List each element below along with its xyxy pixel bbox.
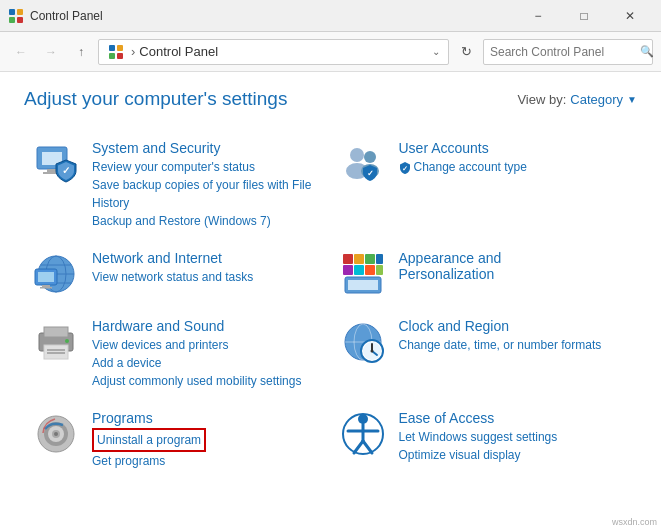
programs-icon	[32, 410, 80, 458]
ease-of-access-icon	[339, 410, 387, 458]
minimize-button[interactable]: −	[515, 0, 561, 32]
svg-rect-6	[109, 53, 115, 59]
main-content: Adjust your computer's settings View by:…	[0, 72, 661, 496]
system-security-link-3[interactable]: Backup and Restore (Windows 7)	[92, 212, 323, 230]
svg-rect-25	[38, 272, 54, 282]
hardware-sound-link-1[interactable]: View devices and printers	[92, 336, 323, 354]
breadcrumb-current: Control Panel	[139, 44, 218, 59]
svg-point-43	[65, 339, 69, 343]
network-internet-icon	[32, 250, 80, 298]
svg-rect-42	[47, 352, 65, 354]
svg-text:✓: ✓	[366, 169, 373, 178]
category-ease-of-access: Ease of Access Let Windows suggest setti…	[331, 400, 638, 480]
svg-rect-33	[354, 265, 364, 275]
category-clock-region: Clock and Region Change date, time, or n…	[331, 308, 638, 400]
appearance-icon	[339, 250, 387, 298]
svg-point-15	[364, 151, 376, 163]
header-row: Adjust your computer's settings View by:…	[24, 88, 637, 110]
forward-button[interactable]: →	[38, 39, 64, 65]
clock-region-name[interactable]: Clock and Region	[399, 318, 630, 334]
category-network-internet: Network and Internet View network status…	[24, 240, 331, 308]
svg-rect-26	[42, 285, 50, 287]
svg-rect-31	[376, 254, 383, 264]
programs-link-2[interactable]: Get programs	[92, 452, 323, 470]
network-internet-link-1[interactable]: View network status and tasks	[92, 268, 323, 286]
user-accounts-icon: ✓	[339, 140, 387, 188]
svg-rect-41	[47, 349, 65, 351]
hardware-sound-text: Hardware and Sound View devices and prin…	[92, 318, 323, 390]
view-by-chevron[interactable]: ▼	[627, 94, 637, 105]
hardware-sound-link-3[interactable]: Adjust commonly used mobility settings	[92, 372, 323, 390]
svg-text:✓: ✓	[62, 165, 70, 176]
search-icon: 🔍	[640, 45, 654, 58]
title-bar-title: Control Panel	[30, 9, 515, 23]
close-button[interactable]: ✕	[607, 0, 653, 32]
clock-region-link-1[interactable]: Change date, time, or number formats	[399, 336, 630, 354]
clock-region-text: Clock and Region Change date, time, or n…	[399, 318, 630, 354]
svg-line-61	[363, 441, 372, 453]
svg-point-13	[350, 148, 364, 162]
user-accounts-name[interactable]: User Accounts	[399, 140, 630, 156]
title-bar: Control Panel − □ ✕	[0, 0, 661, 32]
address-dropdown-chevron[interactable]: ⌄	[432, 46, 440, 57]
maximize-button[interactable]: □	[561, 0, 607, 32]
system-security-text: System and Security Review your computer…	[92, 140, 323, 230]
clock-region-icon	[339, 318, 387, 366]
category-hardware-sound: Hardware and Sound View devices and prin…	[24, 308, 331, 400]
network-internet-text: Network and Internet View network status…	[92, 250, 323, 286]
category-system-security: ✓ System and Security Review your comput…	[24, 130, 331, 240]
appearance-name[interactable]: Appearance andPersonalization	[399, 250, 630, 282]
watermark: wsxdn.com	[612, 517, 657, 527]
title-bar-controls: − □ ✕	[515, 0, 653, 32]
refresh-button[interactable]: ↻	[453, 39, 479, 65]
breadcrumb-separator: ›	[131, 44, 135, 59]
svg-rect-3	[17, 17, 23, 23]
view-by-dropdown[interactable]: Category	[570, 92, 623, 107]
back-button[interactable]: ←	[8, 39, 34, 65]
svg-point-56	[54, 432, 58, 436]
svg-rect-29	[354, 254, 364, 264]
system-security-link-1[interactable]: Review your computer's status	[92, 158, 323, 176]
svg-rect-7	[117, 53, 123, 59]
category-user-accounts: ✓ User Accounts ✓ Change account type	[331, 130, 638, 240]
svg-rect-27	[40, 287, 52, 289]
view-by: View by: Category ▼	[517, 92, 637, 107]
programs-name[interactable]: Programs	[92, 410, 323, 426]
search-box[interactable]: 🔍	[483, 39, 653, 65]
svg-rect-30	[365, 254, 375, 264]
ease-of-access-link-2[interactable]: Optimize visual display	[399, 446, 630, 464]
svg-rect-28	[343, 254, 353, 264]
ease-of-access-link-1[interactable]: Let Windows suggest settings	[399, 428, 630, 446]
svg-text:✓: ✓	[402, 165, 408, 172]
up-button[interactable]: ↑	[68, 39, 94, 65]
network-internet-name[interactable]: Network and Internet	[92, 250, 323, 266]
category-programs: Programs Uninstall a program Get program…	[24, 400, 331, 480]
address-path[interactable]: › Control Panel ⌄	[98, 39, 449, 65]
ease-of-access-name[interactable]: Ease of Access	[399, 410, 630, 426]
svg-rect-35	[376, 265, 383, 275]
hardware-sound-name[interactable]: Hardware and Sound	[92, 318, 323, 334]
svg-rect-37	[348, 280, 378, 290]
svg-rect-2	[9, 17, 15, 23]
page-title: Adjust your computer's settings	[24, 88, 287, 110]
search-input[interactable]	[490, 45, 640, 59]
appearance-text: Appearance andPersonalization	[399, 250, 630, 284]
hardware-sound-icon	[32, 318, 80, 366]
system-security-name[interactable]: System and Security	[92, 140, 323, 156]
system-security-link-2[interactable]: Save backup copies of your files with Fi…	[92, 176, 323, 212]
svg-rect-32	[343, 265, 353, 275]
system-security-icon: ✓	[32, 140, 80, 188]
programs-link-1[interactable]: Uninstall a program	[92, 428, 206, 452]
categories-grid: ✓ System and Security Review your comput…	[24, 130, 637, 480]
svg-rect-0	[9, 9, 15, 15]
category-appearance: Appearance andPersonalization	[331, 240, 638, 308]
title-bar-icon	[8, 8, 24, 24]
hardware-sound-link-2[interactable]: Add a device	[92, 354, 323, 372]
svg-rect-39	[44, 327, 68, 337]
svg-rect-5	[117, 45, 123, 51]
address-bar: ← → ↑ › Control Panel ⌄ ↻ 🔍	[0, 32, 661, 72]
user-accounts-link-1[interactable]: ✓ Change account type	[399, 158, 630, 176]
svg-rect-1	[17, 9, 23, 15]
user-accounts-text: User Accounts ✓ Change account type	[399, 140, 630, 176]
svg-point-51	[370, 350, 373, 353]
